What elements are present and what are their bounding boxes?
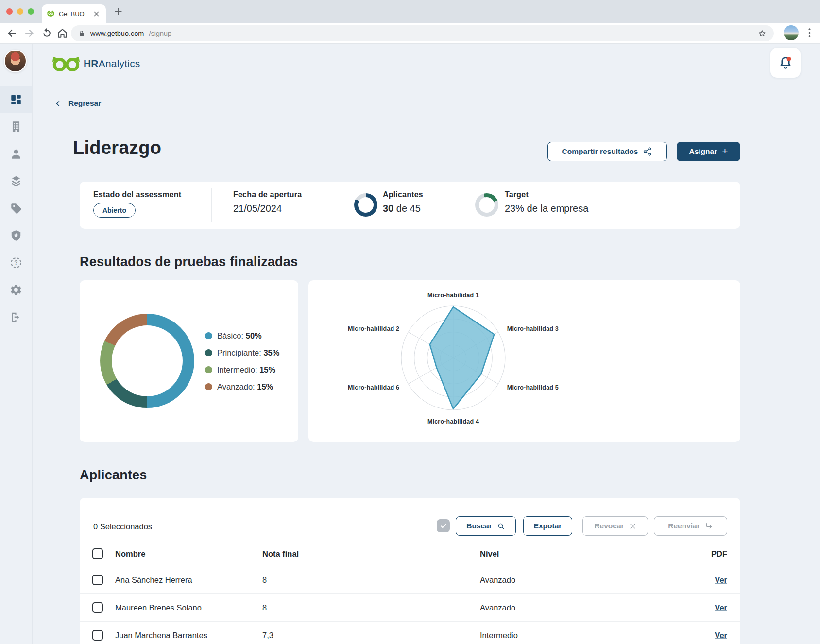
pdf-ver-link[interactable]: Ver <box>715 603 727 612</box>
fecha-value: 21/05/2024 <box>233 203 282 214</box>
estado-badge: Abierto <box>93 203 136 218</box>
aplicantes-progress-ring <box>354 193 377 217</box>
radar-axis-label: Micro-habilidad 5 <box>507 384 559 391</box>
col-nivel: Nivel <box>480 549 499 559</box>
user-avatar[interactable] <box>4 50 27 72</box>
logout-icon <box>10 311 22 323</box>
notifications-button[interactable] <box>770 48 801 78</box>
maximize-window-button[interactable] <box>28 8 34 15</box>
browser-profile-avatar[interactable] <box>784 25 799 40</box>
search-label: Buscar <box>466 522 492 530</box>
forward-icon[interactable] <box>23 27 35 39</box>
browser-toolbar: www.getbuo.com/signup <box>0 23 820 44</box>
url-host: www.getbuo.com <box>90 30 144 37</box>
radar-axis-label: Micro-habilidad 2 <box>348 325 399 332</box>
page-title: Liderazgo <box>73 137 161 158</box>
layers-icon <box>10 175 22 187</box>
col-nombre: Nombre <box>115 549 145 559</box>
revoke-label: Revocar <box>594 522 624 530</box>
home-icon[interactable] <box>56 27 68 39</box>
resend-arrow-icon <box>705 522 713 530</box>
assign-button[interactable]: Asignar + <box>677 142 740 161</box>
legend-label: Principiante: 35% <box>217 348 279 357</box>
close-tab-icon[interactable] <box>92 9 101 18</box>
back-icon[interactable] <box>6 27 18 39</box>
export-button[interactable]: Expotar <box>523 516 572 536</box>
sidebar-item-user[interactable] <box>0 140 32 168</box>
table-row: Maureen Brenes Solano8AvanzadoVer <box>80 593 740 621</box>
close-window-button[interactable] <box>6 8 13 15</box>
aplicantes-label: Aplicantes <box>383 190 423 199</box>
row-checkbox[interactable] <box>92 630 103 641</box>
aplicantes-value: 30 de 45 <box>383 203 421 214</box>
browser-menu-kebab-icon[interactable] <box>803 27 816 39</box>
cell-nota-final: 8 <box>262 603 267 612</box>
sidebar-item-settings[interactable] <box>0 276 32 304</box>
col-pdf: PDF <box>711 549 727 559</box>
skills-radar-card: Micro-habilidad 1Micro-habilidad 3Micro-… <box>308 280 740 442</box>
reload-icon[interactable] <box>41 27 53 39</box>
table-row: Juan Marchena Barrantes7,3IntermedioVer <box>80 621 740 644</box>
col-nota-final: Nota final <box>262 549 299 559</box>
row-checkbox[interactable] <box>92 575 103 585</box>
dashboard-icon <box>10 93 22 106</box>
radar-axis-label: Micro-habilidad 3 <box>507 325 559 332</box>
donut-legend: Básico: 50%Principiante: 35%Intermedio: … <box>205 327 295 395</box>
sidebar-item-layers[interactable] <box>0 168 32 195</box>
sidebar-item-help[interactable]: ? <box>0 249 32 276</box>
search-button[interactable]: Buscar <box>456 516 516 536</box>
header-checkbox[interactable] <box>92 548 103 559</box>
minimize-window-button[interactable] <box>17 8 23 15</box>
tab-strip: Get BUO <box>0 0 820 23</box>
cell-nivel: Avanzado <box>480 576 515 585</box>
browser-window: Get BUO www.getbuo.com/signup <box>0 0 820 644</box>
sidebar-menu: ? <box>0 86 32 331</box>
radar-axis-label: Micro-habilidad 1 <box>427 292 479 299</box>
new-tab-button[interactable] <box>114 7 123 16</box>
sidebar-item-tag[interactable] <box>0 195 32 222</box>
lock-icon <box>78 30 85 37</box>
table-header-row: Nombre Nota final Nivel PDF <box>80 542 740 566</box>
legend-label: Básico: 50% <box>217 331 262 340</box>
revoke-button[interactable]: Revocar <box>582 516 648 536</box>
legend-item: Básico: 50% <box>205 327 295 344</box>
legend-label: Avanzado: 15% <box>217 382 273 391</box>
cell-nombre: Maureen Brenes Solano <box>115 603 202 612</box>
pdf-ver-link[interactable]: Ver <box>715 576 727 585</box>
url-path: /signup <box>149 30 171 37</box>
check-icon <box>440 522 447 530</box>
target-progress-ring <box>475 193 498 217</box>
sidebar-item-dashboard[interactable] <box>0 86 32 113</box>
brand-owl-logo-icon <box>51 54 81 74</box>
share-results-button[interactable]: Compartir resultados <box>547 142 667 161</box>
radar-polygon <box>430 307 495 409</box>
bookmark-star-icon[interactable] <box>757 29 767 38</box>
row-checkbox[interactable] <box>92 602 103 613</box>
cell-nota-final: 7,3 <box>262 631 273 640</box>
cell-nivel: Avanzado <box>480 603 515 612</box>
back-link-label: Regresar <box>68 99 101 108</box>
browser-tab[interactable]: Get BUO <box>42 4 106 23</box>
cell-nota-final: 8 <box>262 576 267 585</box>
url-bar[interactable]: www.getbuo.com/signup <box>71 25 774 41</box>
pdf-ver-link[interactable]: Ver <box>715 631 727 640</box>
plus-icon: + <box>722 145 728 157</box>
results-heading: Resultados de pruebas finalizadas <box>80 254 298 270</box>
divider <box>332 188 332 222</box>
legend-label: Intermedio: 15% <box>217 365 275 374</box>
cell-nombre: Juan Marchena Barrantes <box>115 631 207 640</box>
cell-nivel: Intermedio <box>480 631 518 640</box>
sidebar-item-logout[interactable] <box>0 304 32 331</box>
sidebar-item-shield-star[interactable] <box>0 222 32 249</box>
sidebar-item-building[interactable] <box>0 113 32 140</box>
divider <box>211 188 212 222</box>
select-all-checkbox[interactable] <box>437 519 450 532</box>
share-results-label: Compartir resultados <box>562 147 638 156</box>
resend-button[interactable]: Reenviar <box>654 516 727 536</box>
sidebar: ? <box>0 44 33 644</box>
share-icon <box>643 147 652 156</box>
resend-label: Reenviar <box>668 522 700 530</box>
bell-icon <box>778 55 793 70</box>
back-link[interactable]: Regresar <box>54 99 101 108</box>
legend-swatch <box>205 366 212 373</box>
